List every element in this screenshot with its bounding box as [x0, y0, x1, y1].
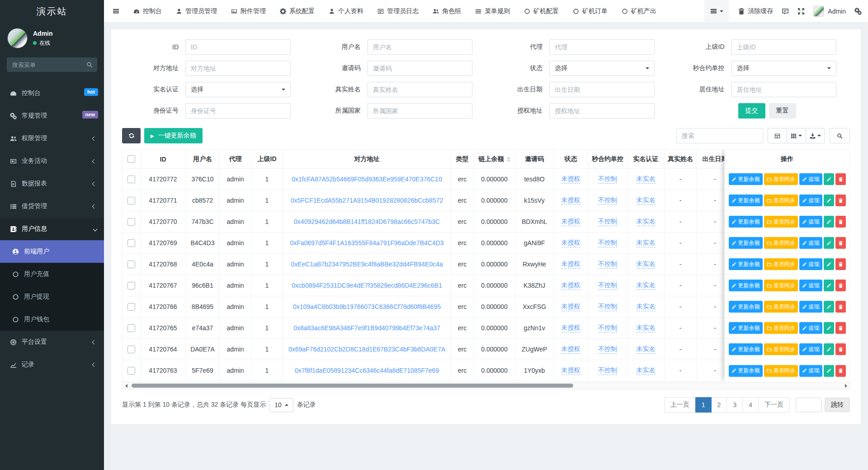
status-link[interactable]: 未授权 — [561, 239, 580, 247]
sidebar-item[interactable]: 用户提现 — [0, 285, 104, 308]
update-balance-button[interactable]: 更新余额 — [729, 365, 763, 377]
page-item[interactable]: 1 — [695, 397, 712, 413]
edit-button[interactable] — [824, 301, 834, 313]
jump-page-input[interactable] — [796, 398, 822, 412]
sidebar-item[interactable]: 常规管理new — [0, 104, 104, 127]
delete-button[interactable] — [835, 280, 846, 291]
filter-input[interactable] — [185, 61, 291, 76]
edit-button[interactable] — [824, 322, 834, 334]
withdraw-button[interactable]: 提现 — [799, 195, 822, 206]
sidebar-item[interactable]: 控制台hot — [0, 82, 104, 104]
sidebar-item[interactable]: 权限管理 — [0, 127, 104, 150]
address-link[interactable]: 0x5FCF1EcdA55b271A9154B01928280826bCcb85… — [291, 197, 443, 204]
edit-button[interactable] — [824, 280, 834, 291]
sync-button[interactable]: 是否同步 — [764, 301, 798, 313]
status-link[interactable]: 未授权 — [561, 218, 580, 226]
fullscreen-icon[interactable] — [797, 8, 805, 15]
edit-button[interactable] — [824, 195, 834, 206]
search-button[interactable] — [830, 128, 850, 143]
realname-auth-link[interactable]: 未实名 — [637, 281, 656, 290]
address-link[interactable]: 0xFa0697d5F4F1A163555F84a791F96aDde7B4C4… — [290, 239, 443, 247]
nav-item[interactable]: 管理员管理 — [176, 7, 217, 15]
page-size-dropdown[interactable]: 10 — [269, 398, 293, 412]
filter-input[interactable] — [549, 103, 655, 119]
row-checkbox[interactable] — [127, 176, 135, 183]
nav-item[interactable]: 系统配置 — [280, 7, 315, 15]
delete-button[interactable] — [835, 258, 846, 270]
nav-item[interactable]: 矿机订单 — [573, 7, 608, 15]
nav-item[interactable]: 管理员日志 — [377, 7, 419, 15]
update-balance-button[interactable]: 更新余额 — [729, 173, 763, 185]
edit-button[interactable] — [824, 237, 834, 249]
contract-control-link[interactable]: 不控制 — [598, 196, 617, 205]
filter-select[interactable]: 选择 — [549, 61, 655, 76]
sidebar-item[interactable]: 用户充值 — [0, 263, 104, 285]
realname-auth-link[interactable]: 未实名 — [637, 260, 656, 269]
sidebar-item[interactable]: 借贷管理 — [0, 195, 104, 218]
update-balance-button[interactable]: 更新余额 — [729, 237, 763, 249]
settings-icon[interactable] — [854, 8, 862, 15]
filter-input[interactable] — [368, 61, 473, 76]
sidebar-item[interactable]: 平台设置 — [0, 331, 104, 353]
page-item[interactable]: 3 — [726, 397, 743, 413]
page-item[interactable]: 4 — [742, 397, 759, 413]
select-all-checkbox[interactable] — [127, 155, 135, 163]
nav-item[interactable]: 附件管理 — [231, 7, 266, 15]
row-checkbox[interactable] — [127, 239, 135, 247]
status-link[interactable]: 未授权 — [561, 366, 580, 375]
sync-button[interactable]: 是否同步 — [764, 216, 798, 228]
row-checkbox[interactable] — [127, 367, 135, 375]
sort-icon[interactable] — [507, 157, 510, 161]
filter-input[interactable] — [549, 39, 655, 55]
update-balance-button[interactable]: 更新余额 — [729, 301, 763, 313]
scrollbar-track[interactable] — [130, 383, 842, 389]
delete-button[interactable] — [835, 195, 846, 206]
column-header[interactable]: 链上余额 — [474, 150, 515, 169]
admin-menu[interactable]: Admin — [813, 6, 846, 17]
row-checkbox[interactable] — [127, 261, 135, 268]
sidebar-item[interactable]: 记录 — [0, 353, 104, 376]
filter-select[interactable]: 选择 — [185, 82, 291, 97]
delete-button[interactable] — [835, 343, 846, 355]
update-balance-button[interactable]: 更新余额 — [729, 280, 763, 291]
address-link[interactable]: 0x7f8f1daE05891234Cc6346c44fa8dE71085F7e… — [295, 367, 439, 374]
status-link[interactable]: 未授权 — [561, 196, 580, 205]
withdraw-button[interactable]: 提现 — [799, 258, 822, 270]
nav-item[interactable]: 矿机产出 — [622, 7, 656, 15]
row-checkbox[interactable] — [127, 324, 135, 332]
sync-button[interactable]: 是否同步 — [764, 343, 798, 355]
contract-control-link[interactable]: 不控制 — [598, 345, 617, 354]
withdraw-button[interactable]: 提现 — [799, 322, 822, 334]
sidebar-search-input[interactable] — [7, 57, 97, 72]
sidebar-toggle-button[interactable] — [104, 0, 128, 22]
realname-auth-link[interactable]: 未实名 — [637, 303, 656, 311]
sync-button[interactable]: 是否同步 — [764, 322, 798, 334]
nav-item[interactable]: 角色组 — [433, 7, 461, 15]
sidebar-item[interactable]: 数据报表 — [0, 172, 104, 195]
filter-input[interactable] — [549, 82, 655, 97]
address-link[interactable]: 0x40929462d64b8B141ff1824D6798ac66c5747b… — [294, 218, 440, 225]
contract-control-link[interactable]: 不控制 — [598, 175, 617, 184]
contract-control-link[interactable]: 不控制 — [598, 239, 617, 247]
filter-input[interactable] — [368, 82, 473, 97]
scroll-left-arrow[interactable] — [123, 384, 130, 388]
table-search-input[interactable] — [676, 128, 763, 143]
status-link[interactable]: 未授权 — [561, 175, 580, 184]
address-link[interactable]: 0xcb0894F2531DC9e4dE7f35829ecd86D4E296c6… — [292, 282, 442, 289]
nav-item[interactable]: 控制台 — [133, 7, 162, 15]
edit-button[interactable] — [824, 365, 834, 377]
contract-control-link[interactable]: 不控制 — [598, 281, 617, 290]
update-all-balance-button[interactable]: ▶ 一键更新余额 — [144, 128, 203, 143]
search-icon[interactable] — [86, 62, 93, 68]
contract-control-link[interactable]: 不控制 — [598, 218, 617, 226]
address-link[interactable]: 0x1fcFA87A52b54669F05d9363Ee959E470E376C… — [292, 176, 442, 183]
realname-auth-link[interactable]: 未实名 — [637, 366, 656, 375]
jump-button[interactable]: 跳转 — [825, 398, 850, 412]
sync-button[interactable]: 是否同步 — [764, 280, 798, 291]
sync-button[interactable]: 是否同步 — [764, 258, 798, 270]
delete-button[interactable] — [835, 301, 846, 313]
update-balance-button[interactable]: 更新余额 — [729, 195, 763, 206]
detail-view-button[interactable] — [768, 128, 787, 143]
contract-control-link[interactable]: 不控制 — [598, 366, 617, 375]
sidebar-item[interactable]: 用户信息 — [0, 218, 104, 240]
